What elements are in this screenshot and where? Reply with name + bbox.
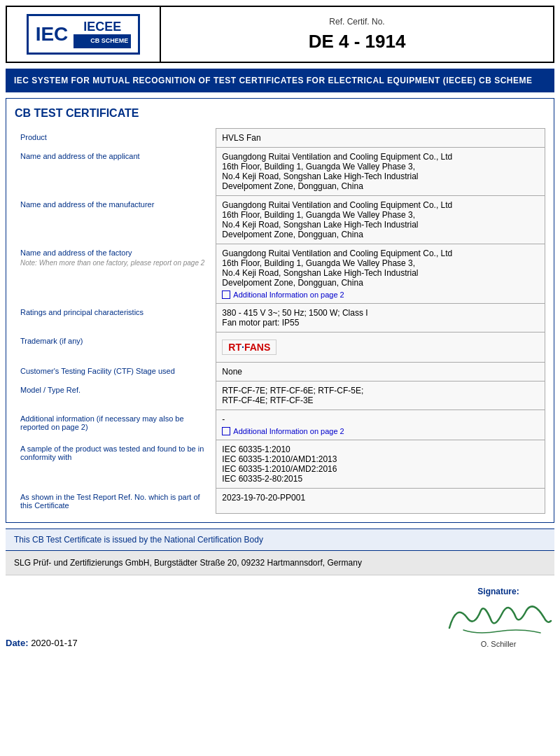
certification-body-section: SLG Prüf- und Zertifizierungs GmbH, Burg… (6, 551, 554, 575)
row-label: Ratings and principal characteristics (15, 304, 216, 332)
issued-by-text: This CB Test Certificate is issued by th… (14, 535, 263, 545)
ref-section: Ref. Certif. No. DE 4 - 1914 (161, 7, 553, 62)
iecee-text: IECEE (83, 20, 121, 33)
ref-label: Ref. Certif. No. (329, 17, 384, 27)
certificate-body: CB TEST CERTIFICATE ProductHVLS FanName … (6, 98, 554, 523)
row-value: RT·FANS (216, 332, 545, 363)
document-footer: Date: 2020-01-17 Signature: O. Schiller (6, 581, 554, 654)
date-section: Date: 2020-01-17 (6, 638, 78, 648)
table-row: ProductHVLS Fan (15, 129, 545, 148)
table-row: Trademark (if any)RT·FANS (15, 332, 545, 363)
signature-svg (442, 596, 554, 638)
table-row: Ratings and principal characteristics380… (15, 304, 545, 332)
row-label: Trademark (if any) (15, 332, 216, 363)
row-label: Product (15, 129, 216, 148)
certificate-table: ProductHVLS FanName and address of the a… (15, 128, 545, 514)
row-label: A sample of the product was tested and f… (15, 440, 216, 489)
table-row: Name and address of the applicantGuangdo… (15, 148, 545, 196)
row-label: Name and address of the manufacturer (15, 196, 216, 244)
table-row: Name and address of the factoryNote: Whe… (15, 244, 545, 304)
date-label: Date: (6, 638, 29, 648)
cert-title: CB TEST CERTIFICATE (15, 107, 545, 120)
system-banner: IEC SYSTEM FOR MUTUAL RECOGNITION OF TES… (6, 69, 554, 92)
signatory-name: O. Schiller (442, 640, 554, 648)
table-row: Model / Type Ref.RTF-CF-7E; RTF-CF-6E; R… (15, 382, 545, 410)
signature-label: Signature: (477, 587, 519, 596)
row-value: 380 - 415 V 3~; 50 Hz; 1500 W; Class IFa… (216, 304, 545, 332)
table-row: Customer's Testing Facility (CTF) Stage … (15, 363, 545, 382)
signature-image (442, 596, 554, 638)
certification-body-text: SLG Prüf- und Zertifizierungs GmbH, Burg… (14, 558, 362, 568)
row-value: None (216, 363, 545, 382)
row-value: HVLS Fan (216, 129, 545, 148)
table-row: Name and address of the manufacturerGuan… (15, 196, 545, 244)
row-label: As shown in the Test Report Ref. No. whi… (15, 489, 216, 514)
trademark-logo: RT·FANS (222, 340, 276, 355)
row-label: Name and address of the applicant (15, 148, 216, 196)
row-label: Name and address of the factoryNote: Whe… (15, 244, 216, 304)
document-header: IEC IECEE CB SCHEME Ref. Certif. No. DE … (6, 6, 554, 63)
row-label: Model / Type Ref. (15, 382, 216, 410)
iec-text: IEC (36, 24, 69, 44)
row-value: IEC 60335-1:2010IEC 60335-1:2010/AMD1:20… (216, 440, 545, 489)
row-value: -Additional Information on page 2 (216, 410, 545, 440)
row-value: Guangdong Ruitai Ventilation and Cooling… (216, 244, 545, 304)
row-label: Additional information (if necessary may… (15, 410, 216, 440)
table-row: A sample of the product was tested and f… (15, 440, 545, 489)
iecee-block: IECEE CB SCHEME (74, 20, 131, 48)
date-value: 2020-01-17 (31, 638, 78, 648)
checkbox-icon (222, 427, 230, 435)
row-value: Guangdong Ruitai Ventilation and Cooling… (216, 148, 545, 196)
table-row: Additional information (if necessary may… (15, 410, 545, 440)
table-row: As shown in the Test Report Ref. No. whi… (15, 489, 545, 514)
logo-section: IEC IECEE CB SCHEME (7, 7, 161, 62)
row-label: Customer's Testing Facility (CTF) Stage … (15, 363, 216, 382)
additional-info-link[interactable]: Additional Information on page 2 (222, 427, 539, 435)
cb-scheme-box: CB SCHEME (74, 34, 131, 48)
additional-info-link[interactable]: Additional Information on page 2 (222, 290, 539, 299)
ref-number: DE 4 - 1914 (309, 31, 406, 52)
checkbox-icon (222, 290, 230, 299)
row-value: Guangdong Ruitai Ventilation and Cooling… (216, 196, 545, 244)
signature-section: Signature: O. Schiller (442, 587, 554, 648)
issued-by-section: This CB Test Certificate is issued by th… (6, 528, 554, 551)
scheme-circle-icon (76, 36, 88, 47)
row-value: RTF-CF-7E; RTF-CF-6E; RTF-CF-5E;RTF-CF-4… (216, 382, 545, 410)
trademark-box: RT·FANS (222, 337, 539, 358)
row-note: Note: When more than one factory, please… (20, 259, 210, 267)
iec-logo-box: IEC IECEE CB SCHEME (27, 14, 141, 55)
row-value: 2023-19-70-20-PP001 (216, 489, 545, 514)
